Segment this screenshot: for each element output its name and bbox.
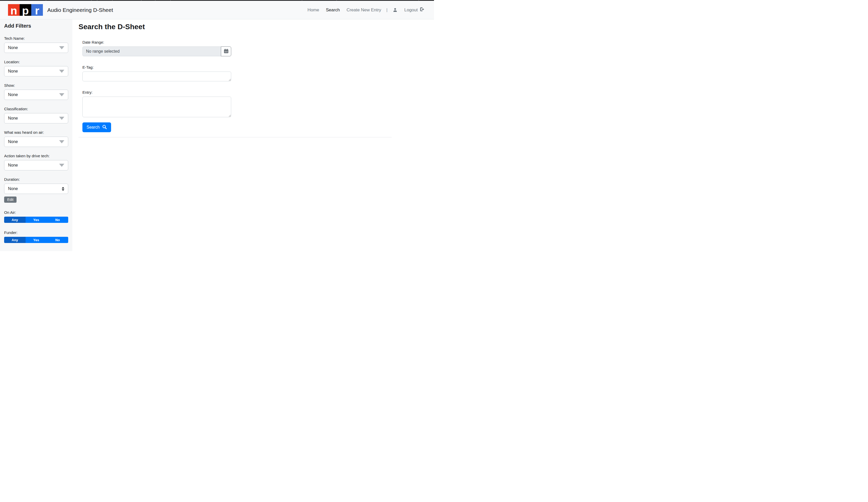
sidebar-heading: Add Filters — [4, 23, 68, 29]
calendar-button[interactable] — [221, 46, 231, 56]
page-title: Search the D-Sheet — [79, 23, 434, 31]
duration-select[interactable]: None — [4, 184, 68, 194]
funder-option-yes[interactable]: Yes — [25, 237, 47, 243]
funder-option-no[interactable]: No — [47, 237, 68, 243]
npr-logo: n p r — [8, 4, 43, 16]
search-main: Search the D-Sheet Date Range: — [72, 19, 434, 251]
filter-group-classification: Classification: None — [4, 107, 68, 123]
caret-down-icon — [59, 70, 64, 73]
nav-separator: | — [386, 8, 388, 13]
etag-field: E-Tag: — [82, 65, 434, 81]
on-air-option-any[interactable]: Any — [4, 217, 25, 223]
on-air-option-yes[interactable]: Yes — [25, 217, 47, 223]
funder-label: Funder: — [4, 230, 68, 235]
duration-edit-button[interactable]: Edit — [4, 197, 17, 203]
location-select[interactable]: None — [4, 66, 68, 76]
duration-label: Duration: — [4, 177, 68, 181]
nav-home[interactable]: Home — [307, 8, 319, 13]
filters-sidebar: Add Filters Tech Name: None Location: No… — [0, 19, 72, 251]
logo-square-p: p — [20, 4, 31, 16]
filter-group-location: Location: None — [4, 60, 68, 76]
page-content: Add Filters Tech Name: None Location: No… — [0, 19, 434, 251]
toggle-group-funder: Funder: Any Yes No — [4, 230, 68, 243]
heard-on-air-select[interactable]: None — [4, 137, 68, 147]
location-label: Location: — [4, 60, 68, 64]
action-taken-select[interactable]: None — [4, 160, 68, 170]
etag-textarea[interactable] — [82, 72, 231, 81]
date-range-input[interactable] — [82, 46, 221, 56]
logout-link[interactable]: Logout — [404, 7, 425, 13]
caret-down-icon — [59, 140, 64, 143]
etag-label: E-Tag: — [82, 65, 434, 70]
magnifier-icon — [102, 125, 107, 130]
calendar-icon — [224, 49, 228, 54]
app-title: Audio Engineering D-Sheet — [47, 7, 113, 13]
classification-label: Classification: — [4, 107, 68, 111]
funder-option-any[interactable]: Any — [4, 237, 25, 243]
date-range-input-group — [82, 46, 231, 56]
entry-field: Entry: — [82, 90, 434, 117]
app-navbar: n p r Audio Engineering D-Sheet Home Sea… — [0, 1, 434, 19]
on-air-option-no[interactable]: No — [47, 217, 68, 223]
content-divider — [79, 137, 392, 137]
search-form: Date Range: — [82, 40, 434, 132]
caret-down-icon — [59, 93, 64, 96]
filter-group-heard-on-air: What was heard on air: None — [4, 130, 68, 147]
user-icon[interactable] — [393, 8, 397, 12]
date-range-field: Date Range: — [82, 40, 434, 56]
filter-group-duration: Duration: None Edit — [4, 177, 68, 203]
search-button[interactable]: Search — [82, 123, 111, 132]
logout-label: Logout — [404, 8, 418, 13]
date-range-label: Date Range: — [82, 40, 434, 44]
heard-on-air-label: What was heard on air: — [4, 130, 68, 135]
nav-search[interactable]: Search — [326, 8, 340, 13]
caret-down-icon — [59, 164, 64, 167]
toggle-group-on-air: On Air: Any Yes No — [4, 210, 68, 223]
show-select[interactable]: None — [4, 90, 68, 100]
filter-group-action-taken: Action taken by drive tech: None — [4, 154, 68, 170]
logo-square-r: r — [31, 4, 43, 16]
search-button-label: Search — [86, 125, 100, 129]
sign-out-icon — [420, 7, 425, 13]
filter-group-show: Show: None — [4, 83, 68, 100]
classification-select[interactable]: None — [4, 113, 68, 123]
funder-segmented-control: Any Yes No — [4, 237, 68, 243]
nav-create-new-entry[interactable]: Create New Entry — [347, 8, 381, 13]
navbar-links: Home Search Create New Entry | Logout — [307, 7, 425, 13]
tech-name-select[interactable]: None — [4, 43, 68, 53]
browser-edge-strip — [0, 0, 434, 1]
entry-label: Entry: — [82, 90, 434, 94]
filter-group-tech-name: Tech Name: None — [4, 36, 68, 53]
brand: n p r Audio Engineering D-Sheet — [8, 4, 113, 16]
up-down-caret-icon — [62, 187, 64, 191]
tech-name-label: Tech Name: — [4, 36, 68, 41]
on-air-segmented-control: Any Yes No — [4, 217, 68, 223]
caret-down-icon — [59, 46, 64, 49]
show-label: Show: — [4, 83, 68, 87]
entry-textarea[interactable] — [82, 96, 231, 117]
action-taken-label: Action taken by drive tech: — [4, 154, 68, 158]
on-air-label: On Air: — [4, 210, 68, 215]
logo-square-n: n — [8, 4, 20, 16]
caret-down-icon — [59, 117, 64, 120]
